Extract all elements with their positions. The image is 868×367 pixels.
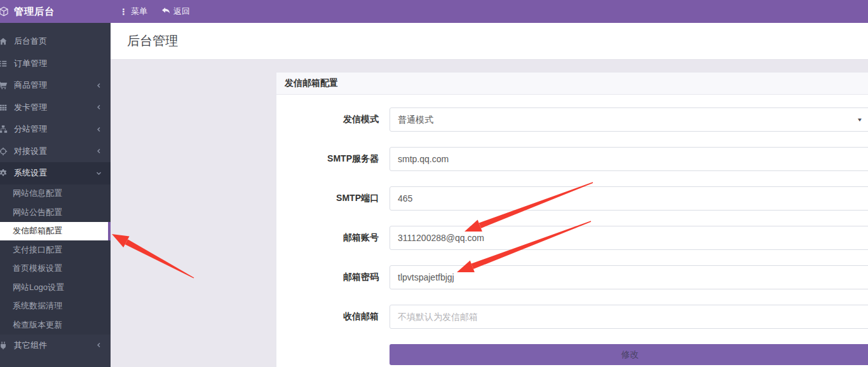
sidebar-item-integration[interactable]: 对接设置 <box>0 141 111 163</box>
back-arrow-icon <box>161 7 170 17</box>
sidebar-item-orders[interactable]: 订单管理 <box>0 53 111 75</box>
mail-config-panel: 发信邮箱配置 发信模式 普通模式 ▼ SMTP服务器 <box>276 72 868 367</box>
sidebar-item-cards[interactable]: 发卡管理 <box>0 97 111 119</box>
form-row-receive-mail: 收信邮箱 <box>276 305 868 329</box>
topbar-nav: ⋮ 菜单 返回 <box>111 6 190 17</box>
chevron-left-icon <box>96 148 102 154</box>
sidebar-subitem-data-clean[interactable]: 系统数据清理 <box>0 297 111 316</box>
sidebar: 后台首页 订单管理 商品管理 发卡管理 分站管理 <box>0 23 111 367</box>
chevron-left-icon <box>96 127 102 132</box>
receive-mail-input[interactable] <box>390 305 868 329</box>
sidebar-subitem-template[interactable]: 首页模板设置 <box>0 260 111 279</box>
home-icon <box>0 37 9 46</box>
content-area: 发信邮箱配置 发信模式 普通模式 ▼ SMTP服务器 <box>111 60 868 367</box>
sidebar-subitem-check-update[interactable]: 检查版本更新 <box>0 315 111 335</box>
sidebar-item-substations[interactable]: 分站管理 <box>0 118 111 141</box>
mail-account-label: 邮箱账号 <box>276 232 390 244</box>
form-row-smtp-port: SMTP端口 <box>276 186 868 211</box>
grid-icon <box>0 103 9 112</box>
gear-icon <box>0 169 9 177</box>
mail-account-input[interactable] <box>390 226 868 250</box>
sidebar-item-other-components[interactable]: 其它组件 <box>0 335 111 357</box>
chevron-left-icon <box>96 83 102 88</box>
chevron-left-icon <box>96 104 102 110</box>
sidebar-subitem-announcement[interactable]: 网站公告配置 <box>0 203 111 222</box>
modify-button[interactable]: 修改 <box>390 344 868 365</box>
form-row-mail-password: 邮箱密码 <box>276 265 868 289</box>
form-row-mail-account: 邮箱账号 <box>276 226 868 250</box>
sidebar-subitem-site-info[interactable]: 网站信息配置 <box>0 184 111 204</box>
submit-row: 修改 <box>390 344 868 365</box>
main-area: 后台管理 发信邮箱配置 发信模式 普通模式 ▼ SMTP服务器 <box>111 23 868 367</box>
system-settings-submenu: 网站信息配置 网站公告配置 发信邮箱配置 支付接口配置 首页模板设置 网站Log… <box>0 184 111 335</box>
panel-header: 发信邮箱配置 <box>276 73 868 95</box>
form-row-send-mode: 发信模式 普通模式 ▼ <box>276 107 868 132</box>
form-row-smtp-server: SMTP服务器 <box>276 147 868 171</box>
sidebar-item-dashboard[interactable]: 后台首页 <box>0 31 111 53</box>
chevron-down-icon <box>96 170 102 176</box>
send-mode-label: 发信模式 <box>276 114 390 125</box>
list-icon <box>0 59 9 68</box>
mail-password-input[interactable] <box>390 265 868 289</box>
topbar: 管理后台 ⋮ 菜单 返回 <box>0 0 868 23</box>
sidebar-subitem-logo[interactable]: 网站Logo设置 <box>0 278 111 297</box>
link-icon <box>0 147 9 156</box>
smtp-server-input[interactable] <box>390 147 868 171</box>
mail-password-label: 邮箱密码 <box>276 272 390 283</box>
receive-mail-label: 收信邮箱 <box>276 311 390 322</box>
sidebar-item-system-settings[interactable]: 系统设置 <box>0 162 111 184</box>
sidebar-subitem-mail-config[interactable]: 发信邮箱配置 <box>0 222 111 241</box>
page-header: 后台管理 <box>111 23 868 60</box>
panel-body: 发信模式 普通模式 ▼ SMTP服务器 SMTP端口 <box>276 95 868 365</box>
app-title: 管理后台 <box>14 6 55 18</box>
panel-title: 发信邮箱配置 <box>285 78 338 89</box>
cube-logo-icon <box>0 6 9 17</box>
sidebar-item-products[interactable]: 商品管理 <box>0 74 111 97</box>
sitemap-icon <box>0 125 9 134</box>
send-mode-select[interactable]: 普通模式 <box>390 107 868 132</box>
chevron-left-icon <box>96 342 102 348</box>
cart-icon <box>0 81 9 90</box>
smtp-server-label: SMTP服务器 <box>276 153 390 165</box>
menu-button[interactable]: ⋮ 菜单 <box>119 6 147 17</box>
plug-icon <box>0 341 9 350</box>
vertical-dots-icon: ⋮ <box>119 8 128 16</box>
app-brand[interactable]: 管理后台 <box>0 6 111 18</box>
back-button[interactable]: 返回 <box>161 6 190 17</box>
sidebar-subitem-payment[interactable]: 支付接口配置 <box>0 240 111 260</box>
smtp-port-input[interactable] <box>390 186 868 211</box>
smtp-port-label: SMTP端口 <box>276 193 390 204</box>
page-title: 后台管理 <box>127 32 178 50</box>
